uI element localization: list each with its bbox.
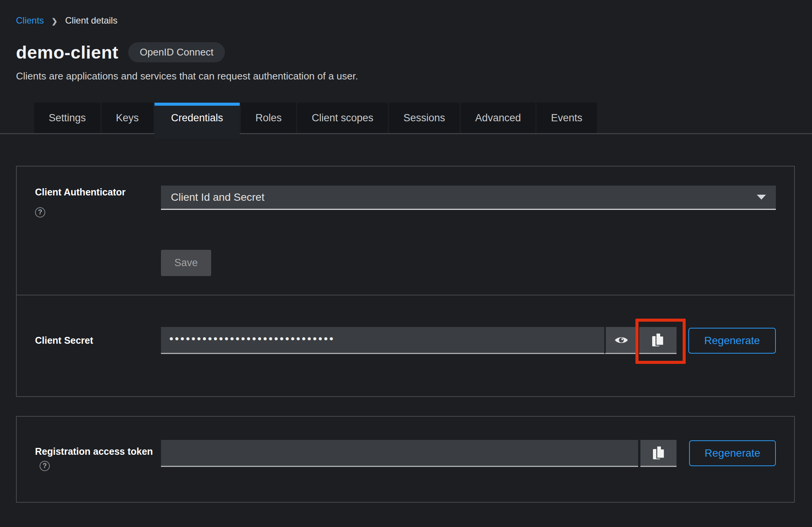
client-authenticator-help-icon[interactable]: ? — [35, 207, 45, 217]
client-secret-input[interactable]: •••••••••••••••••••••••••••••• — [161, 327, 604, 354]
breadcrumb: Clients ❯ Client details — [16, 15, 812, 26]
registration-token-section: Registration access token? — [17, 417, 794, 502]
tab-credentials[interactable]: Credentials — [154, 103, 240, 139]
client-authenticator-section: Client Authenticator ? Client Id and Sec… — [17, 167, 794, 295]
tab-advanced[interactable]: Advanced — [461, 103, 535, 133]
reveal-secret-button[interactable] — [604, 327, 637, 354]
page-title: demo-client — [16, 42, 118, 63]
page-subtitle: Clients are applications and services th… — [16, 70, 812, 82]
copy-token-button[interactable] — [640, 440, 677, 467]
copy-secret-button[interactable] — [639, 327, 677, 354]
regenerate-token-button[interactable]: Regenerate — [689, 440, 776, 466]
tab-roles[interactable]: Roles — [241, 103, 296, 133]
tab-sessions[interactable]: Sessions — [389, 103, 460, 133]
page-header: demo-client OpenID Connect — [16, 42, 812, 63]
tab-events[interactable]: Events — [537, 103, 597, 133]
eye-icon — [614, 335, 629, 345]
client-secret-section: Client Secret ••••••••••••••••••••••••••… — [17, 295, 794, 396]
copy-icon — [651, 332, 665, 348]
client-authenticator-selected-value: Client Id and Secret — [171, 191, 264, 203]
save-button[interactable]: Save — [161, 250, 211, 276]
tab-settings[interactable]: Settings — [34, 103, 100, 133]
client-secret-masked-value: •••••••••••••••••••••••••••••• — [169, 332, 335, 345]
tab-keys[interactable]: Keys — [102, 103, 153, 133]
breadcrumb-current: Client details — [65, 15, 117, 26]
registration-token-help-icon[interactable]: ? — [40, 461, 50, 471]
tab-client-scopes[interactable]: Client scopes — [297, 103, 388, 133]
protocol-badge: OpenID Connect — [128, 42, 225, 62]
credentials-card: Client Authenticator ? Client Id and Sec… — [16, 166, 795, 397]
tabs-bar: Settings Keys Credentials Roles Client s… — [0, 103, 812, 134]
registration-token-card: Registration access token? — [16, 416, 795, 503]
copy-icon — [652, 445, 666, 461]
regenerate-secret-button[interactable]: Regenerate — [688, 328, 776, 354]
client-secret-label: Client Secret — [35, 334, 161, 347]
chevron-right-icon: ❯ — [51, 17, 57, 25]
breadcrumb-link-clients[interactable]: Clients — [16, 15, 44, 26]
caret-down-icon — [757, 195, 766, 200]
client-authenticator-label: Client Authenticator — [35, 186, 161, 199]
client-authenticator-select[interactable]: Client Id and Secret — [161, 186, 776, 210]
registration-token-input[interactable] — [161, 440, 638, 467]
registration-token-label: Registration access token — [35, 446, 153, 457]
client-details-page: Clients ❯ Client details demo-client Ope… — [0, 15, 812, 527]
